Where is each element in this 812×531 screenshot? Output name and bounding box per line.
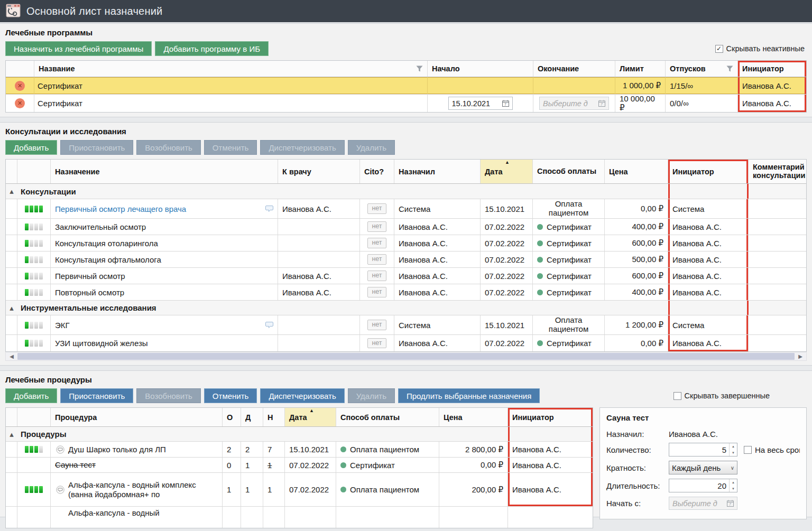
assign-from-program-button[interactable]: Назначить из лечебной программы xyxy=(5,41,152,56)
group-row-instrumental[interactable]: ▴ Инструментальные исследования xyxy=(6,301,806,315)
consultation-row[interactable]: Консультация отоларингола нет Иванова А.… xyxy=(6,235,806,251)
start-from-placeholder: Выберите д xyxy=(672,499,724,508)
scrollbar-thumb[interactable] xyxy=(17,353,795,360)
study-row[interactable]: УЗИ щитовидной железы нет Иванова А.С. 0… xyxy=(6,335,806,351)
program-row[interactable]: ✕ Сертификат 1 000,00 ₽ 1/15/∞ Иванова А… xyxy=(6,77,806,95)
consultations-table: Назначение К врачу Cito? Назначил Дата ▲… xyxy=(5,159,807,352)
consultation-row[interactable]: Первичный осмотр Иванова А.С. нет Иванов… xyxy=(6,268,806,284)
consultation-row[interactable]: Первичный осмотр лечащего врача Иванова … xyxy=(6,199,806,219)
hide-completed-checkbox[interactable] xyxy=(673,392,681,400)
collapse-icon[interactable]: ▴ xyxy=(6,184,17,199)
cancel-button[interactable]: Отменить xyxy=(204,140,257,155)
quantity-stepper[interactable]: 5 ▲ ▼ xyxy=(669,443,737,457)
calendar-icon: 7 xyxy=(598,100,605,107)
payment: Сертификат xyxy=(547,288,592,297)
delete-icon[interactable]: ✕ xyxy=(15,81,25,91)
procedure-comment-icon[interactable] xyxy=(56,445,64,454)
procedure-row[interactable]: Сауна тест 0 1 1 07.02.2022 Сертификат 0… xyxy=(6,458,593,473)
col-start: Начало xyxy=(432,64,460,73)
col-initiator: Инициатор xyxy=(742,64,784,73)
start-date-input[interactable]: 15.10.2021 7 xyxy=(448,97,513,110)
programs-table: Название Начало Окончание Лимит Отпусков… xyxy=(5,60,807,113)
pause-button[interactable]: Приостановить xyxy=(60,388,133,403)
hide-completed-checkbox-row[interactable]: Скрывать завершенные xyxy=(673,392,770,400)
consultation-row[interactable]: Повторный осмотр Иванова А.С. нет Иванов… xyxy=(6,284,806,301)
date: 07.02.2022 xyxy=(289,461,329,470)
procedure-row[interactable]: Душ Шарко только для ЛП 2 2 7 15.10.2021… xyxy=(6,442,593,458)
procedure-row[interactable]: Альфа-капсула - водный комплекс (ванна й… xyxy=(6,473,593,507)
horizontal-scrollbar[interactable]: ◀ ▶ xyxy=(5,352,807,361)
col-initiator: Инициатор xyxy=(512,413,554,422)
study-row[interactable]: ЭКГ нет Система 15.10.2021 Оплата пациен… xyxy=(6,315,806,335)
price: 200,00 ₽ xyxy=(472,485,503,495)
frequency-select[interactable]: Каждый день ∨ xyxy=(669,461,737,474)
add-button[interactable]: Добавить xyxy=(5,388,57,403)
dispatch-button[interactable]: Диспетчеризовать xyxy=(260,140,344,155)
payment: Оплата пациентом xyxy=(537,316,600,334)
procedure-row[interactable]: Альфа-капсула - водный xyxy=(6,507,593,528)
end-date-input[interactable]: Выберите д 7 xyxy=(539,97,609,110)
consultation-row[interactable]: Заключительный осмотр нет Иванова А.С. 0… xyxy=(6,219,806,235)
col-name: Процедура xyxy=(55,413,97,422)
duration-stepper[interactable]: 20 ▲ ▼ xyxy=(669,479,737,492)
price: 400,00 ₽ xyxy=(632,222,663,231)
procedure-comment-icon[interactable] xyxy=(56,486,64,494)
price: 500,00 ₽ xyxy=(632,255,663,264)
delete-icon[interactable]: ✕ xyxy=(15,98,25,108)
group-row-consultations[interactable]: ▴ Консультации xyxy=(6,184,806,199)
full-term-checkbox[interactable] xyxy=(744,446,752,454)
delete-button[interactable]: Удалить xyxy=(348,388,395,403)
consultation-row[interactable]: Консультация офтальмолога нет Иванова А.… xyxy=(6,251,806,268)
date: 15.10.2021 xyxy=(289,445,329,454)
scroll-right-icon[interactable]: ▶ xyxy=(795,353,806,359)
appointment-link[interactable]: Первичный осмотр лечащего врача xyxy=(55,204,186,213)
hide-inactive-checkbox-row[interactable]: ✓ Скрывать неактивные xyxy=(715,44,805,53)
resume-button[interactable]: Возобновить xyxy=(136,140,200,155)
date: 07.02.2022 xyxy=(485,255,524,264)
date: 07.02.2022 xyxy=(485,222,524,231)
spin-up-icon[interactable]: ▲ xyxy=(730,443,737,450)
program-vacations: 1/15/∞ xyxy=(670,81,693,90)
hide-inactive-checkbox[interactable]: ✓ xyxy=(715,45,723,53)
group-row-procedures[interactable]: ▴ Процедуры xyxy=(6,427,593,442)
add-program-button[interactable]: Добавить программу в ИБ xyxy=(155,41,269,56)
full-term-checkbox-row[interactable]: На весь срок xyxy=(744,445,800,454)
cito-value: нет xyxy=(367,221,386,232)
comment-bubble-icon[interactable] xyxy=(265,205,273,212)
spin-up-icon[interactable]: ▲ xyxy=(730,479,737,486)
window-titlebar: Основной лист назначений xyxy=(0,0,812,22)
spin-down-icon[interactable]: ▼ xyxy=(730,450,737,456)
cancel-button[interactable]: Отменить xyxy=(204,388,257,403)
dispatch-button[interactable]: Диспетчеризовать xyxy=(260,388,344,403)
appointment-name: УЗИ щитовидной железы xyxy=(55,339,148,348)
col-date-sorted[interactable]: Дата ▲ xyxy=(285,408,336,426)
payment-status-dot xyxy=(537,240,543,246)
program-limit: 1 000,00 ₽ xyxy=(623,81,661,90)
add-button[interactable]: Добавить xyxy=(5,140,57,155)
extend-selected-button[interactable]: Продлить выбранные назначения xyxy=(398,388,540,403)
treatment-programs-section: Лечебные программы Назначить из лечебной… xyxy=(0,23,812,117)
collapse-icon[interactable]: ▴ xyxy=(6,427,17,441)
hide-inactive-label: Скрывать неактивные xyxy=(726,44,805,53)
resume-button[interactable]: Возобновить xyxy=(136,388,200,403)
collapse-icon[interactable]: ▴ xyxy=(6,301,17,315)
cito-value: нет xyxy=(367,203,386,214)
pause-button[interactable]: Приостановить xyxy=(60,140,133,155)
col-name: Название xyxy=(39,64,75,73)
filter-icon[interactable] xyxy=(416,66,423,72)
spin-down-icon[interactable]: ▼ xyxy=(730,486,737,492)
scroll-left-icon[interactable]: ◀ xyxy=(6,353,17,359)
comment-bubble-icon[interactable] xyxy=(265,321,273,329)
col-price: Цена xyxy=(444,413,463,422)
delete-button[interactable]: Удалить xyxy=(348,140,395,155)
col-name: Назначение xyxy=(55,167,100,176)
sessions-n: 7 xyxy=(267,445,272,454)
col-initiator: Инициатор xyxy=(672,167,714,176)
col-date-sorted[interactable]: Дата ▲ xyxy=(481,160,533,183)
program-row[interactable]: ✕ Сертификат 15.10.2021 7 Выберите д 7 1… xyxy=(6,95,806,112)
progress-indicator xyxy=(25,223,43,230)
start-from-date-input[interactable]: Выберите д 7 xyxy=(669,497,737,510)
procedures-table: Процедура О Д Н Дата ▲ Способ оплаты Цен… xyxy=(5,407,593,528)
full-term-label: На весь срок xyxy=(755,445,800,454)
filter-icon[interactable] xyxy=(726,66,733,72)
